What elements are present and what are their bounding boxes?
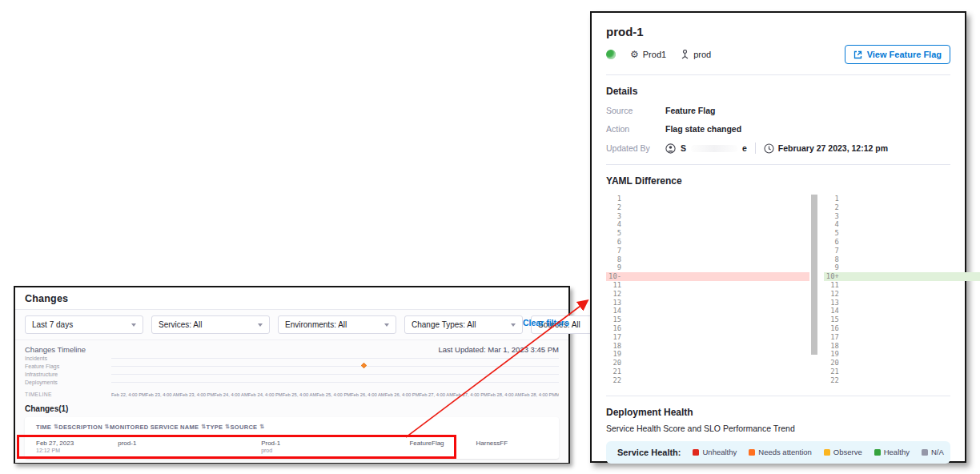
code-line: 19 project: SRM_Docs [824, 350, 980, 359]
code-text: environment: prod [845, 247, 980, 255]
filter-dropdown[interactable]: Last 7 days [25, 315, 143, 334]
code-text: name: prod-1 [627, 307, 809, 315]
legend-swatch [749, 449, 755, 456]
legend-items: Unhealthy Needs attention Observe Health… [693, 448, 943, 456]
environment-ref[interactable]: prod [681, 50, 711, 59]
code-text: variation: "true" [845, 238, 980, 247]
filter-dropdown-value: Services: All [159, 320, 202, 329]
code-line: 19 project: SRM_Docs [606, 350, 809, 359]
timeline-tick: Feb 23, 4:00 PM [179, 392, 214, 397]
code-lines: 1 archived: false 2 defaultOffVariation:… [606, 195, 809, 385]
line-number: 12 [824, 290, 845, 299]
legend-swatch [693, 449, 699, 456]
filter-dropdown[interactable]: Change Types: All [404, 315, 523, 334]
timeline-tick: Feb 24, 4:00 PM [248, 392, 283, 397]
code-line: 6 variation: "true" [824, 238, 980, 247]
filter-dropdown[interactable]: Services: All [151, 315, 270, 334]
filter-dropdown[interactable]: Environments: All [278, 315, 396, 334]
timeline-axis: TIMELINE Feb 22, 4:00 PMFeb 23, 4:00 AMF… [25, 392, 559, 397]
timeline-tick: Feb 24, 4:00 AM [214, 392, 248, 397]
scrollbar-thumb[interactable] [811, 195, 817, 355]
line-number: 21 [824, 368, 845, 376]
line-number: 17 [824, 333, 845, 342]
line-number: 11 [606, 281, 627, 290]
filter-dropdown-value: Last 7 days [32, 320, 73, 329]
code-line: 1 archived: false [606, 195, 809, 203]
code-line: 1 archived: false [824, 195, 980, 203]
line-number: 5 [606, 229, 627, 238]
column-header-label: TIME [36, 424, 51, 431]
code-line: 21 variations: [824, 368, 980, 376]
legend-item: Needs attention [749, 448, 812, 456]
code-text: owner: [627, 315, 809, 324]
code-line: 18 prerequisites: [] [606, 342, 809, 351]
code-line: 3 defaultOnVariation: "true" [606, 212, 809, 221]
line-number: 12 [606, 290, 627, 299]
changes-count-label: Changes(1) [25, 404, 559, 413]
code-text: identifier: prod1 [845, 290, 980, 299]
code-text: envProperties: [845, 220, 980, 229]
line-number: 20 [824, 359, 845, 368]
code-line: 16 - sudheendra.katte@harness.io [824, 324, 980, 333]
filter-bar: Last 7 days Services: All Environments: … [15, 310, 568, 340]
clock-icon [764, 143, 774, 154]
line-number: 11 [824, 281, 845, 290]
sort-icon[interactable]: ⇅ [259, 424, 264, 431]
code-line: 22 - identifier: "true" [824, 376, 980, 385]
code-text: envProperties: [627, 220, 809, 229]
line-number: 16 [606, 324, 627, 333]
code-text: rules: [] [845, 263, 980, 272]
code-line: 3 defaultOnVariation: "true" [824, 212, 980, 221]
timeline-row: Deployments [25, 378, 559, 386]
column-header[interactable]: MONITORED SERVICE NAME ⇅ [110, 424, 207, 431]
details-heading: Details [606, 86, 950, 97]
line-number: 22 [606, 376, 627, 385]
line-number: 14 [824, 307, 845, 315]
environment-icon [681, 50, 689, 59]
line-number: 9 [606, 263, 627, 272]
line-number: 10- [606, 272, 627, 281]
code-line: 9 rules: [] [824, 263, 980, 272]
column-header[interactable]: TYPE ⇅ [207, 424, 231, 431]
user-icon [665, 143, 676, 154]
column-header[interactable]: DESCRIPTION ⇅ [58, 424, 110, 431]
timeline-title: Changes Timeline [25, 345, 86, 354]
deployment-health-subtitle: Service Health Score and SLO Performance… [606, 424, 950, 433]
service-ref[interactable]: ⚙ Prod1 [630, 50, 666, 59]
chevron-down-icon [511, 323, 516, 327]
code-text: state: "on" [627, 272, 809, 281]
line-number: 10+ [824, 272, 845, 281]
legend-item-label: N/A [931, 448, 944, 456]
yaml-diff-left-pane: 1 archived: false 2 defaultOffVariation:… [606, 195, 817, 385]
line-number: 14 [606, 307, 627, 315]
clear-filters-link[interactable]: Clear filters [523, 318, 569, 327]
view-feature-flag-button[interactable]: View Feature Flag [845, 45, 950, 64]
column-header[interactable]: SOURCE ⇅ [231, 424, 265, 431]
code-line: 13 kind: boolean [824, 299, 980, 307]
legend-swatch [824, 449, 830, 456]
code-text: - identifier: "true" [627, 376, 809, 385]
line-number: 13 [606, 299, 627, 307]
line-number: 7 [824, 247, 845, 255]
code-text: permanent: false [627, 333, 809, 342]
updated-by-last: e [742, 143, 747, 153]
code-text: state: "off" [845, 272, 980, 281]
service-ref-label: Prod1 [643, 50, 666, 59]
view-feature-flag-label: View Feature Flag [867, 50, 942, 59]
line-number: 8 [824, 255, 845, 264]
redacted-name [691, 145, 737, 152]
timeline-row-label: Infrastructure [25, 372, 111, 377]
code-line: 16 - sudheendra.katte@harness.io [606, 324, 809, 333]
column-header-label: MONITORED SERVICE NAME [110, 424, 199, 431]
code-text: project: SRM_Docs [627, 350, 809, 359]
legend-title: Service Health: [617, 448, 681, 457]
code-text: variationMap: null [627, 281, 809, 290]
code-line: 5 defaultServe: [824, 229, 980, 238]
source-value: Feature Flag [665, 106, 715, 115]
legend-item-label: Healthy [884, 448, 910, 456]
filter-dropdown-value: Change Types: All [412, 320, 476, 329]
code-lines: 1 archived: false 2 defaultOffVariation:… [824, 195, 980, 385]
column-header[interactable]: TIME ⇅ [36, 424, 58, 431]
external-link-icon [853, 50, 862, 59]
change-event-marker[interactable] [361, 362, 367, 368]
